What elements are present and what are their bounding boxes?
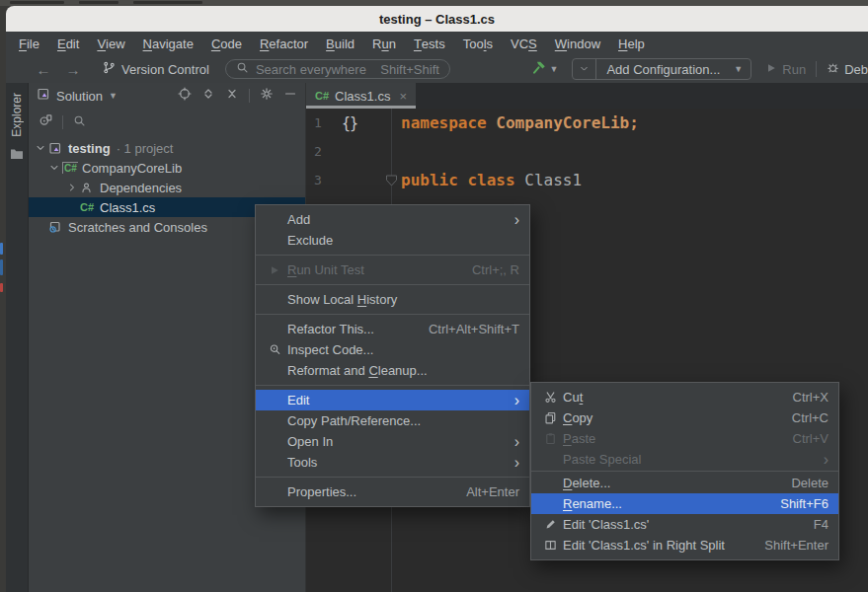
tree-item-companycorelib[interactable]: C#CompanyCoreLib <box>29 158 305 178</box>
select-opened-file-icon[interactable] <box>178 87 192 105</box>
dropdown-caret-icon[interactable]: ▼ <box>109 91 118 101</box>
line-number: 3 <box>306 173 336 187</box>
run-icon <box>765 62 777 77</box>
desktop-background: testing – Class1.cs FileEditViewNavigate… <box>0 0 868 592</box>
desktop-artifact <box>0 283 3 292</box>
menu-item-open-in[interactable]: Open In› <box>256 431 529 452</box>
menu-item-refactor-this[interactable]: Refactor This...Ctrl+Alt+Shift+T <box>256 319 529 339</box>
menu-item-rename[interactable]: Rename...Shift+F6 <box>531 493 838 514</box>
panel-header-icons <box>178 87 297 105</box>
chevron-down-icon[interactable]: ▼ <box>550 64 559 74</box>
menu-separator <box>256 284 529 285</box>
hide-panel-icon[interactable] <box>283 87 297 105</box>
menubar-item-file[interactable]: File <box>10 32 48 55</box>
menubar-item-tests[interactable]: Tests <box>405 32 454 55</box>
menu-item-cut[interactable]: CutCtrl+X <box>531 387 838 407</box>
menubar-item-build[interactable]: Build <box>317 32 363 55</box>
code-line[interactable]: 2 <box>306 137 868 166</box>
paste-icon <box>537 432 563 445</box>
menu-item-label: Show Local History <box>287 292 397 307</box>
chevron-down-icon[interactable] <box>33 142 48 154</box>
debug-button[interactable]: Deb <box>827 61 868 77</box>
menu-item-paste[interactable]: PasteCtrl+V <box>531 428 838 449</box>
menu-item-copy-path-reference[interactable]: Copy Path/Reference... <box>256 410 529 431</box>
tree-item-label: testing <box>68 141 111 156</box>
run-button[interactable]: Run <box>765 62 806 77</box>
menu-item-paste-special[interactable]: Paste Special› <box>531 449 838 470</box>
menu-item-inspect-code[interactable]: Inspect Code... <box>256 339 529 360</box>
menu-item-run-unit-test[interactable]: Run Unit TestCtrl+;, R <box>256 259 529 280</box>
menu-item-label: Edit 'Class1.cs' in Right Split <box>563 538 725 553</box>
version-control-widget[interactable]: Version Control <box>103 61 209 77</box>
menubar-item-vcs[interactable]: VCS <box>502 32 546 55</box>
tree-item-label: Class1.cs <box>100 200 155 215</box>
menubar-item-help[interactable]: Help <box>609 32 654 55</box>
code-line[interactable]: 3public class Class1 <box>306 166 868 194</box>
dependencies-icon <box>80 182 100 194</box>
menu-item-delete[interactable]: Delete...Delete <box>531 473 838 493</box>
chevron-down-icon[interactable] <box>46 162 62 174</box>
menu-item-label: Run Unit Test <box>287 262 364 277</box>
menu-item-copy[interactable]: CopyCtrl+C <box>531 407 838 428</box>
edit-submenu: CutCtrl+XCopyCtrl+CPasteCtrl+VPaste Spec… <box>530 382 839 560</box>
menu-shortcut: F4 <box>814 517 829 532</box>
menubar-item-navigate[interactable]: Navigate <box>134 32 202 55</box>
fold-marker-icon[interactable] <box>385 174 398 186</box>
close-icon[interactable]: × <box>399 89 407 104</box>
tree-item-testing[interactable]: testing· 1 project <box>29 138 305 158</box>
menubar-item-run[interactable]: Run <box>363 32 405 55</box>
forward-arrow-icon[interactable]: → <box>63 61 83 78</box>
main-menubar: FileEditViewNavigateCodeRefactorBuildRun… <box>6 32 868 55</box>
menubar-item-tools[interactable]: Tools <box>454 32 502 55</box>
menu-separator <box>256 255 529 256</box>
menu-item-add[interactable]: Add› <box>256 209 529 230</box>
collapse-all-icon[interactable] <box>225 87 239 105</box>
chevron-down-icon[interactable] <box>573 59 596 79</box>
search-everywhere-box[interactable]: Search everywhere Shift+Shift <box>225 59 450 79</box>
run-configuration-select[interactable]: Add Configuration... ▼ <box>572 58 751 80</box>
back-arrow-icon[interactable]: ← <box>34 61 53 78</box>
menu-item-show-local-history[interactable]: Show Local History <box>256 289 529 310</box>
menubar-item-refactor[interactable]: Refactor <box>251 32 317 55</box>
search-icon[interactable] <box>73 113 86 131</box>
tree-item-label: Scratches and Consoles <box>68 220 207 235</box>
tree-item-label: Dependencies <box>100 181 182 195</box>
menubar-item-code[interactable]: Code <box>202 32 251 55</box>
main-toolbar: ← → Version Control Search everywhere Sh… <box>6 55 868 83</box>
tab-class1[interactable]: C# Class1.cs × <box>306 83 416 109</box>
menu-item-label: Paste <box>563 431 595 446</box>
menu-shortcut: Ctrl+V <box>793 431 829 446</box>
menu-item-edit[interactable]: Edit› <box>256 390 529 410</box>
explorer-tool-window-tab[interactable]: Explorer <box>10 93 24 137</box>
menu-item-edit-class1-cs-in-right-split[interactable]: Edit 'Class1.cs' in Right SplitShift+Ent… <box>531 535 838 555</box>
locate-file-icon[interactable] <box>39 113 52 131</box>
chevron-right-icon[interactable] <box>64 182 80 193</box>
solution-view-title[interactable]: Solution <box>56 89 103 104</box>
menubar-item-window[interactable]: Window <box>546 32 609 55</box>
gear-icon[interactable] <box>260 87 274 105</box>
csharp-file-icon: C# <box>80 201 100 213</box>
menu-item-edit-class1-cs[interactable]: Edit 'Class1.cs'F4 <box>531 514 838 535</box>
toolbar-right-group: ▼ Add Configuration... ▼ Run Deb <box>532 58 868 80</box>
window-title: testing – Class1.cs <box>379 12 495 27</box>
expand-all-icon[interactable] <box>201 87 215 105</box>
tree-item-dependencies[interactable]: Dependencies <box>29 178 305 197</box>
menu-item-label: Edit 'Class1.cs' <box>563 517 649 532</box>
build-button[interactable]: ▼ <box>532 60 559 79</box>
menu-item-properties[interactable]: Properties...Alt+Enter <box>256 481 529 502</box>
menu-item-label: Open In <box>287 434 333 449</box>
menu-item-reformat-and-cleanup[interactable]: Reformat and Cleanup... <box>256 360 529 381</box>
search-placeholder: Search everywhere <box>256 62 366 77</box>
window-titlebar[interactable]: testing – Class1.cs <box>6 6 868 32</box>
gutter: {} <box>336 109 391 137</box>
run-icon <box>262 264 287 276</box>
menubar-item-view[interactable]: View <box>88 32 133 55</box>
menu-item-tools[interactable]: Tools› <box>256 452 529 473</box>
menu-shortcut: Ctrl+;, R <box>472 262 519 277</box>
menu-item-exclude[interactable]: Exclude <box>256 230 529 251</box>
context-menu: Add›ExcludeRun Unit TestCtrl+;, RShow Lo… <box>255 204 530 507</box>
folder-icon[interactable] <box>10 146 24 164</box>
scratches-icon <box>48 220 68 234</box>
menubar-item-edit[interactable]: Edit <box>48 32 88 55</box>
code-line[interactable]: 1{}namespace CompanyCoreLib; <box>306 109 868 137</box>
